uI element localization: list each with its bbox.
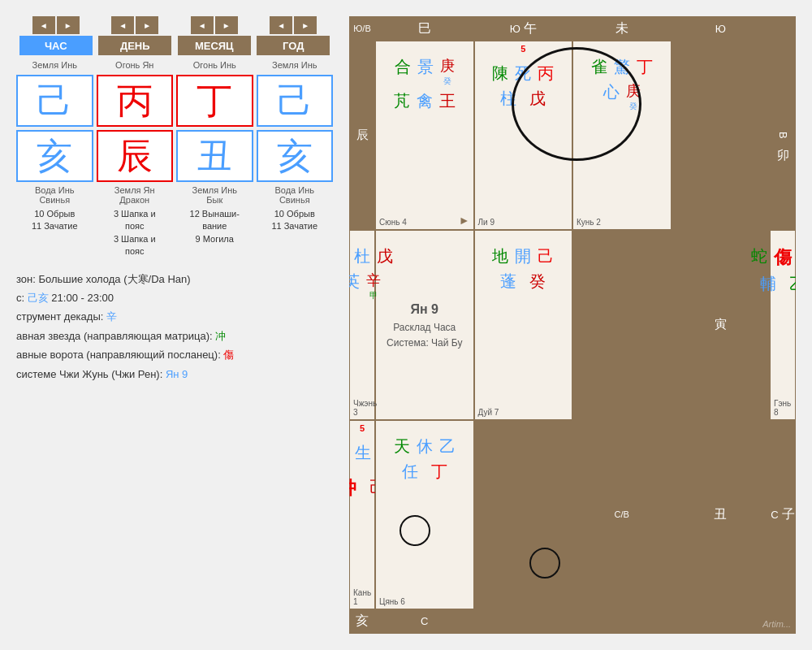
columns-grid: Земля Инь 己 亥 Вода ИньСвинья 10 Обрыв11 …: [16, 60, 333, 258]
char-gen8-6: 乙: [789, 273, 796, 295]
dir-bottom-left: С/В: [572, 420, 672, 609]
branch-bottom-2: С子: [770, 420, 796, 609]
char-kan1-4: 冲: [349, 476, 356, 500]
cell-li9: 5 陳 死 丙 柱 戊 Ли 9: [474, 41, 573, 230]
char-li9-2: 死: [515, 63, 531, 84]
char-qian6-6: 丁: [431, 461, 447, 483]
instrument-value: 辛: [106, 310, 117, 323]
nav-arrows-year: ◄ ►: [270, 16, 317, 34]
cell-dui7-top: 地 開 己: [478, 245, 569, 267]
element-label-day: Огонь Ян: [97, 60, 174, 73]
cell-dui7-label: Дуй 7: [478, 408, 499, 417]
cycle-day: 3 Шапка ипояс3 Шапка ипояс: [97, 208, 174, 258]
cell-li9-content: 陳 死 丙 柱 戊: [478, 46, 569, 226]
char-xun4-1: 合: [395, 56, 411, 87]
char-li9-3: 丙: [538, 63, 554, 84]
char-kun2-sup: 癸: [629, 101, 637, 112]
info-system: системе Чжи Жунь (Чжи Рен): Ян 9: [16, 365, 333, 384]
nav-row: ◄ ► ЧАС ◄ ► ДЕНЬ ◄ ► МЕСЯЦ: [16, 16, 333, 55]
dir-top-right: [770, 16, 796, 41]
nav-prev-hour[interactable]: ◄: [32, 16, 55, 34]
char-kun2-4: 心: [603, 81, 620, 112]
cell-dui7: 地 開 己 蓬 癸 Дуй 7: [474, 230, 573, 419]
char-zhen3-4: 英: [349, 271, 360, 301]
element-label-hour: Земля Инь: [16, 60, 93, 73]
char-dui7-6: 癸: [529, 271, 546, 292]
earthly-branch-year: 亥: [257, 130, 334, 182]
star-value: 冲: [215, 330, 226, 342]
char-qian6-1: 天: [394, 436, 410, 457]
cell-dui7-bottom: 蓬 癸: [478, 271, 569, 292]
cell-zhen3-content: 陰 杜 戊 英 辛 甲: [353, 236, 371, 415]
nav-arrows-month: ◄ ►: [191, 16, 238, 34]
dir-right-1: [672, 41, 771, 230]
cell-xun4: 合 景 庚 癸 芃 禽 王 Сюнь 4 ►: [375, 41, 474, 230]
nav-next-hour[interactable]: ►: [57, 16, 80, 34]
char-li9-4: 柱: [500, 88, 516, 110]
char-qian6-3: 乙: [439, 436, 456, 457]
nav-next-day[interactable]: ►: [136, 16, 158, 34]
element-label-month: Огонь Инь: [176, 60, 253, 73]
col-year: Земля Инь 己 亥 Вода ИньСвинья 10 Обрыв11 …: [257, 60, 334, 258]
cycle-month: 12 Вынаши-вание9 Могила: [176, 208, 253, 245]
cell-kan1-label: Кань 1: [353, 588, 374, 606]
char-dui7-3: 己: [538, 245, 554, 267]
cell-kun2-top: 雀 驚 丁: [577, 56, 667, 78]
nav-group-month: ◄ ► МЕСЯЦ: [175, 16, 254, 55]
char-xun4-2: 景: [417, 56, 434, 87]
char-zhen3-5: 辛: [366, 271, 381, 290]
char-dui7-1: 地: [492, 245, 508, 267]
cell-xun4-arrow: ►: [459, 214, 470, 227]
info-gate: авные ворота (направляющий посланец): 傷: [16, 345, 333, 364]
info-instrument: струмент декады: 辛: [16, 307, 333, 326]
nav-next-year[interactable]: ►: [294, 16, 317, 34]
cell-gen8-top: 蛇 傷 王: [774, 245, 792, 270]
nav-prev-year[interactable]: ◄: [270, 16, 292, 34]
char-kun2-2: 驚: [614, 56, 630, 78]
branch-top-4: Ю: [672, 16, 771, 41]
cell-kan1-top: 符 生 辛 甲: [353, 442, 371, 473]
heavenly-stem-hour: 己: [16, 75, 93, 127]
cell-dui7-content: 地 開 己 蓬 癸: [478, 236, 569, 415]
right-panel: Ю/В 巳 Ю午 未 Ю 辰 合 景 庚 癸: [349, 16, 796, 634]
branch-top-2: Ю午: [474, 16, 573, 41]
nav-label-month[interactable]: МЕСЯЦ: [178, 36, 251, 55]
branch-top-1: 巳: [375, 16, 474, 41]
cell-kan1: 5 符 生 辛 甲 冲 己 К: [349, 420, 375, 609]
char-kun2-5: 庚: [626, 81, 641, 101]
cell-kun2-content: 雀 驚 丁 心 庚 癸: [577, 46, 667, 226]
nav-arrows-hour: ◄ ►: [32, 16, 80, 34]
dir-right-3: [474, 420, 573, 609]
element-desc-day: Земля ЯнДракон: [97, 185, 174, 208]
char-gen8-4: 輔: [760, 273, 776, 295]
nav-label-day[interactable]: ДЕНЬ: [98, 36, 171, 55]
nav-group-day: ◄ ► ДЕНЬ: [96, 16, 175, 55]
char-li9-6: 戊: [529, 88, 546, 110]
earthly-branch-day: 辰: [97, 130, 174, 182]
info-section: зон: Большие холода (大寒/Da Han) с: 己亥 21…: [16, 270, 333, 384]
char-dui7-2: 開: [515, 245, 531, 267]
nav-group-year: ◄ ► ГОД: [254, 16, 334, 55]
element-label-year: Земля Инь: [257, 60, 334, 73]
cell-xun4-bottom: 芃 禽 王: [379, 90, 470, 112]
char-zhen3-sup: 甲: [369, 290, 378, 301]
char-xun4-5: 禽: [417, 90, 433, 112]
cell-zhen3-label: Чжэнь 3: [353, 399, 377, 417]
nav-label-hour[interactable]: ЧАС: [19, 36, 93, 55]
nav-label-year[interactable]: ГОД: [257, 36, 330, 55]
char-li9-1: 陳: [492, 63, 508, 84]
cell-kun2-bottom: 心 庚 癸: [577, 81, 667, 112]
element-desc-year: Вода ИньСвинья: [257, 185, 334, 208]
center-rasklad: Расклад Часа: [393, 320, 456, 336]
nav-prev-month[interactable]: ◄: [191, 16, 214, 34]
col-day: Огонь Ян 丙 辰 Земля ЯнДракон 3 Шапка ипоя…: [97, 60, 174, 258]
nav-prev-day[interactable]: ◄: [111, 16, 134, 34]
element-desc-month: Земля ИньБык: [176, 185, 253, 208]
heavenly-stem-year: 己: [257, 75, 334, 127]
char-xun4-sup: 癸: [443, 76, 451, 87]
dir-bottom-right: [474, 609, 573, 634]
char-dui7-4: 蓬: [500, 271, 516, 292]
nav-next-month[interactable]: ►: [215, 16, 238, 34]
char-qian6-4: 任: [402, 461, 418, 483]
cell-xun4-top: 合 景 庚 癸: [379, 56, 470, 87]
